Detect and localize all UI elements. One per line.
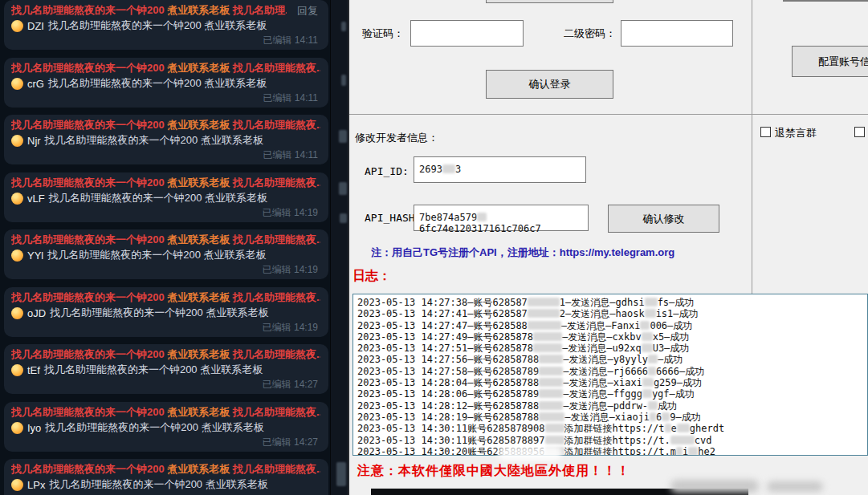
chat-message-title: 找几名助理能熬夜的来一个钟200 煮业联系老板 找几名助理... — [11, 3, 287, 18]
log-text: —发送消息—xiaxi — [563, 377, 642, 388]
configure-account-button[interactable]: 配置账号信 — [792, 46, 868, 77]
log-text: —发送消息—y8yyly — [563, 354, 648, 365]
chat-message-preview: tEf找几名助理能熬夜的来一个钟200 煮业联系老板 — [11, 363, 320, 377]
log-line: 2023-05-13 14:30:20账号6285888956添加群链接http… — [357, 446, 867, 456]
reply-link[interactable]: 回复 — [297, 4, 318, 18]
log-text: ygf—成功 — [652, 388, 695, 400]
chat-message-preview: DZI找几名助理能熬夜的来一个钟200 煮业联系老板 — [11, 18, 320, 33]
message-text: 找几名助理能熬夜的来一个钟200 煮业联系老板 — [48, 18, 267, 33]
clipped-text-fragment — [339, 130, 347, 143]
log-text: —发送消息—pddrw- — [563, 400, 648, 412]
api-hash-input[interactable]: 7be874a5796fc74e120317161c706c7 — [414, 205, 589, 231]
redaction-smudge — [539, 389, 563, 398]
log-text: e — [671, 423, 677, 434]
redaction-smudge — [539, 378, 563, 387]
redaction-smudge — [688, 447, 698, 456]
chat-list-item[interactable]: 找几名助理能熬夜的来一个钟200 煮业联系老板 找几名助理...回复DZI找几名… — [4, 0, 328, 50]
redaction-smudge — [665, 424, 671, 432]
log-text: i — [683, 446, 688, 456]
log-text: —发送消息—ffggg — [563, 388, 642, 400]
chat-list-item[interactable]: 找几名助理能熬夜的来一个钟200 煮业联系老板 找几名助理能熬夜...Njr找几… — [4, 115, 328, 164]
log-text: —成功 — [658, 354, 683, 365]
log-text: 添加群链接https://t — [564, 423, 665, 434]
chat-message-title: 找几名助理能熬夜的来一个钟200 煮业联系老板 找几名助理能熬夜... — [11, 405, 320, 420]
api-register-note: 注：用自己TG号注册个API，注册地址：https://my.telegram.… — [371, 245, 674, 260]
chat-message-title: 找几名助理能熬夜的来一个钟200 煮业联系老板 找几名助理能熬夜... — [11, 462, 320, 477]
log-text: 2023-05-13 14:28:19—账号62858788 — [357, 412, 539, 423]
log-text: 1—发送消息—gdhsi — [560, 297, 645, 308]
redaction-smudge — [648, 367, 656, 375]
log-text: 2023-05-13 14:27:58—账号62858789 — [357, 366, 539, 377]
captcha-input[interactable] — [410, 20, 524, 47]
log-line: 2023-05-13 14:27:49—账号6285878—发送消息—cxkbv… — [357, 331, 867, 343]
log-text: x5—成功 — [653, 331, 690, 343]
chat-list-item[interactable]: 找几名助理能熬夜的来一个钟200 煮业联系老板 找几名助理能熬夜...Iyo找几… — [4, 402, 328, 452]
log-text: 成功 — [658, 400, 677, 412]
log-output[interactable]: 2023-05-13 14:27:38—账号6285871—发送消息—gdhsi… — [352, 294, 868, 456]
confirm-login-button[interactable]: 确认登录 — [486, 70, 613, 99]
log-text: 添加群链接https://t.m — [564, 446, 676, 456]
api-id-value-suffix: 3 — [455, 164, 461, 175]
chat-list-item[interactable]: 找几名助理能熬夜的来一个钟200 煮业联系老板 找几名助理能熬夜...crG找几… — [4, 58, 328, 108]
api-hash-value-suffix: 6fc74e120317161c706c7 — [419, 223, 541, 234]
developer-section-label: 修改开发者信息： — [355, 131, 438, 145]
chat-list-item[interactable]: 找几名助理能熬夜的来一个钟200 煮业联系老板 找几名助理能熬夜...LPx找几… — [4, 459, 328, 495]
clipped-text-fragment — [340, 213, 347, 223]
log-line: 2023-05-13 14:27:58—账号62858789—发送消息—rj66… — [357, 366, 867, 377]
log-line: 2023-05-13 14:28:06—账号62858789—发送消息—ffgg… — [357, 388, 867, 400]
chat-list-item[interactable]: 找几名助理能熬夜的来一个钟200 煮业联系老板 找几名助理能熬夜...YYl找几… — [4, 229, 328, 279]
log-line: 2023-05-13 14:28:12—账号62858788—发送消息—pddr… — [357, 400, 867, 412]
redaction-smudge — [642, 378, 654, 387]
redaction-smudge — [528, 309, 560, 318]
vertical-divider — [752, 0, 752, 294]
clipped-top-button[interactable] — [486, 0, 613, 3]
log-line: 2023-05-13 14:27:38—账号6285871—发送消息—gdhsi… — [357, 297, 867, 308]
heart-eyes-face-emoji-icon — [11, 364, 23, 376]
message-text: 找几名助理能熬夜的来一个钟200 煮业联系老板 — [44, 363, 263, 377]
sender-name: YYl — [27, 250, 43, 262]
hand-over-mouth-face-emoji-icon — [11, 135, 23, 147]
log-text: 2—发送消息—haosk — [560, 308, 645, 319]
redaction-smudge — [645, 309, 656, 318]
smudge-artifact — [767, 481, 823, 492]
chat-message-preview: vLF找几名助理能熬夜的来一个钟200 煮业联系老板 — [11, 191, 320, 205]
message-text: 找几名助理能熬夜的来一个钟200 煮业联系老板 — [49, 191, 267, 205]
edited-timestamp: 已编辑 14:27 — [263, 436, 318, 449]
redaction-smudge — [642, 343, 653, 352]
chat-message-preview: LPx找几名助理能熬夜的来一个钟200 煮业联系老板 — [11, 477, 320, 492]
chat-message-preview: crG找几名助理能熬夜的来一个钟200 煮业联系老板 — [11, 76, 320, 91]
chat-list-item[interactable]: 找几名助理能熬夜的来一个钟200 煮业联系老板 找几名助理能熬夜...vLF找几… — [4, 172, 328, 222]
log-text: 6666—成功 — [656, 366, 704, 377]
screen: 找几名助理能熬夜的来一个钟200 煮业联系老板 找几名助理...回复DZI找几名… — [0, 0, 868, 495]
log-line: 2023-05-13 14:28:19—账号62858788—发送消息—xiao… — [357, 412, 867, 423]
api-hash-label: API_HASH: — [365, 212, 421, 224]
chat-panel: 找几名助理能熬夜的来一个钟200 煮业联系老板 找几名助理...回复DZI找几名… — [0, 0, 348, 495]
chat-list-item[interactable]: 找几名助理能熬夜的来一个钟200 煮业联系老板 找几名助理能熬夜...tEf找几… — [4, 344, 328, 394]
redaction-smudge — [545, 424, 564, 432]
redaction-smudge — [650, 412, 656, 421]
log-text: 6 — [656, 412, 662, 423]
smiling-hearts-face-emoji-icon — [11, 307, 23, 319]
redaction-smudge — [642, 389, 652, 398]
log-text: 2023-05-13 14:28:04—账号62858788 — [357, 377, 539, 388]
clipped-checkbox[interactable] — [854, 127, 865, 137]
api-id-input[interactable]: 26933 — [414, 156, 586, 183]
horizontal-divider — [349, 114, 868, 115]
unban-mute-group-checkbox[interactable] — [760, 127, 771, 137]
confirm-modify-button[interactable]: 确认修改 — [608, 205, 719, 233]
sender-name: Njr — [27, 135, 41, 147]
api-id-label: API_ID: — [365, 165, 409, 177]
log-text: 006—成功 — [650, 320, 692, 331]
log-line: 2023-05-13 14:27:56—账号62858788—发送消息—y8yy… — [357, 354, 867, 365]
log-text: 2023-05-13 14:28:12—账号62858788 — [357, 400, 539, 412]
second-password-input[interactable] — [621, 20, 733, 47]
api-hash-value-prefix: 7be874a579 — [419, 212, 477, 223]
heart-eyes-face-emoji-icon — [11, 20, 23, 32]
log-text: 2023-05-13 14:30:11账号6285878897 — [357, 435, 545, 446]
redaction-smudge — [648, 355, 658, 363]
chat-list-item[interactable]: 找几名助理能熬夜的来一个钟200 煮业联系老板 找几名助理能熬夜...oJD找几… — [4, 287, 328, 337]
log-text: is1—成功 — [656, 308, 699, 319]
log-text: 2023-05-13 14:30:11账号6285878908 — [357, 423, 545, 434]
clipped-middle-column — [330, 0, 348, 495]
log-text: —发送消息—u92xq — [562, 343, 642, 354]
